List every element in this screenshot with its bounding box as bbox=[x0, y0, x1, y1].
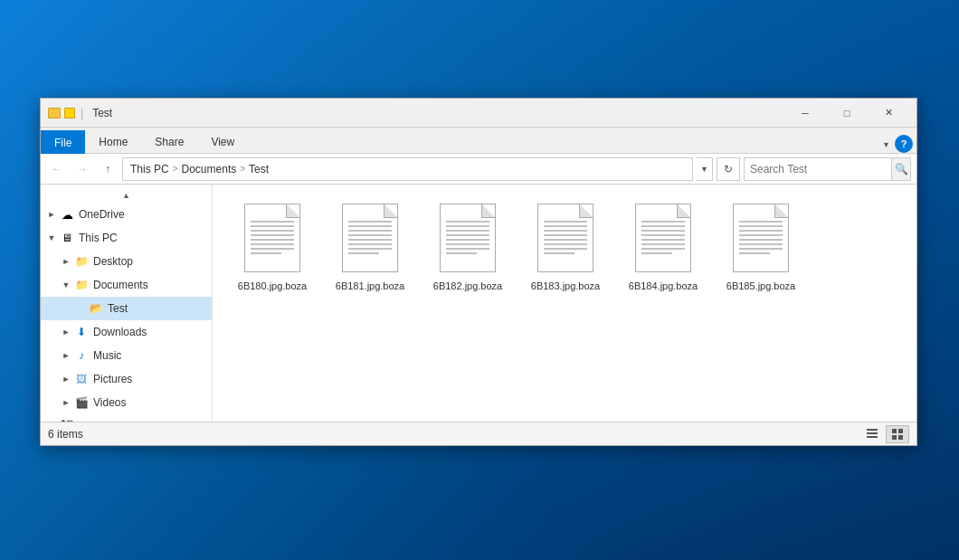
doc-lines-2 bbox=[348, 221, 392, 257]
sidebar-scroll-up[interactable]: ▲ bbox=[41, 188, 212, 203]
sidebar-item-videos[interactable]: ► 🎬 Videos bbox=[41, 391, 212, 414]
doc-line bbox=[348, 221, 392, 223]
sidebar-label-thispc: This PC bbox=[79, 232, 118, 244]
file-item-5[interactable]: 6B184.jpg.boza bbox=[618, 195, 708, 300]
sidebar-label-desktop: Desktop bbox=[93, 255, 133, 268]
desktop-icon: 📁 bbox=[73, 253, 90, 270]
doc-line bbox=[544, 221, 587, 223]
expand-videos[interactable]: ► bbox=[59, 395, 73, 410]
sidebar-item-test[interactable]: ► 📂 Test bbox=[41, 297, 212, 320]
doc-line bbox=[446, 221, 489, 223]
file-item-6[interactable]: 6B185.jpg.boza bbox=[716, 195, 806, 300]
breadcrumb-documents[interactable]: Documents bbox=[180, 163, 239, 176]
doc-shape-2 bbox=[342, 204, 398, 272]
doc-shape-5 bbox=[635, 204, 691, 272]
forward-button[interactable]: → bbox=[71, 158, 93, 180]
sidebar-item-localdisk[interactable]: ► 💾 Local Disk (C:) bbox=[41, 414, 212, 422]
search-button[interactable]: 🔍 bbox=[891, 157, 911, 181]
svg-rect-1 bbox=[867, 432, 878, 434]
doc-line bbox=[446, 225, 489, 227]
close-button[interactable]: ✕ bbox=[868, 99, 909, 128]
sidebar-label-videos: Videos bbox=[93, 396, 126, 409]
expand-downloads[interactable]: ► bbox=[59, 325, 73, 339]
doc-line bbox=[739, 239, 783, 241]
doc-line bbox=[348, 248, 392, 250]
large-icons-view-icon bbox=[891, 428, 904, 441]
sidebar-item-documents[interactable]: ▼ 📁 Documents bbox=[41, 273, 212, 297]
sidebar-label-localdisk: Local Disk (C:) bbox=[79, 420, 150, 422]
thispc-icon: 🖥 bbox=[59, 230, 75, 246]
expand-thispc[interactable]: ▼ bbox=[44, 231, 59, 245]
doc-line bbox=[739, 225, 783, 227]
doc-shape-1 bbox=[244, 204, 300, 272]
doc-line bbox=[739, 252, 770, 254]
doc-line bbox=[251, 221, 294, 223]
doc-line bbox=[641, 252, 672, 254]
file-item-3[interactable]: 6B182.jpg.boza bbox=[423, 195, 513, 300]
up-button[interactable]: ↑ bbox=[97, 158, 119, 180]
file-item-4[interactable]: 6B183.jpg.boza bbox=[520, 195, 611, 300]
doc-line bbox=[446, 230, 489, 232]
doc-line bbox=[251, 243, 294, 245]
window-title: Test bbox=[92, 107, 784, 119]
doc-line bbox=[348, 252, 379, 254]
item-count: 6 items bbox=[48, 428, 83, 441]
doc-line bbox=[446, 239, 489, 241]
sidebar-item-pictures[interactable]: ► 🖼 Pictures bbox=[41, 367, 212, 391]
doc-line bbox=[641, 234, 685, 236]
refresh-button[interactable]: ↻ bbox=[717, 157, 740, 181]
files-grid: 6B180.jpg.boza bbox=[227, 195, 902, 300]
expand-music[interactable]: ► bbox=[59, 348, 73, 363]
sidebar-item-downloads[interactable]: ► ⬇ Downloads bbox=[41, 320, 212, 344]
doc-line bbox=[446, 234, 489, 236]
test-icon: 📂 bbox=[88, 300, 104, 317]
expand-documents[interactable]: ▼ bbox=[59, 278, 73, 292]
file-item-1[interactable]: 6B180.jpg.boza bbox=[227, 195, 318, 300]
view-details-button[interactable] bbox=[860, 425, 884, 443]
doc-line bbox=[641, 243, 685, 245]
search-input[interactable] bbox=[744, 157, 891, 181]
tab-share[interactable]: Share bbox=[141, 129, 197, 153]
expand-desktop[interactable]: ► bbox=[59, 254, 73, 269]
expand-localdisk[interactable]: ► bbox=[44, 419, 59, 422]
doc-shape-4 bbox=[537, 204, 593, 272]
ribbon-collapse-button[interactable]: ▾ bbox=[877, 135, 895, 153]
file-item-2[interactable]: 6B181.jpg.boza bbox=[325, 195, 415, 300]
doc-line bbox=[251, 234, 294, 236]
address-breadcrumb[interactable]: This PC > Documents > Test bbox=[122, 157, 693, 181]
status-bar: 6 items bbox=[41, 422, 916, 445]
file-icon-2 bbox=[337, 204, 403, 276]
ribbon: File Home Share View ▾ ? bbox=[41, 128, 916, 154]
sidebar-label-onedrive: OneDrive bbox=[79, 208, 125, 221]
doc-shape-6 bbox=[733, 204, 789, 272]
sidebar-item-onedrive[interactable]: ► ☁ OneDrive bbox=[41, 203, 212, 226]
breadcrumb-thispc[interactable]: This PC bbox=[128, 163, 171, 176]
window-controls: ─ □ ✕ bbox=[784, 99, 909, 128]
breadcrumb-test[interactable]: Test bbox=[247, 163, 271, 176]
doc-line bbox=[251, 248, 294, 250]
sidebar-item-desktop[interactable]: ► 📁 Desktop bbox=[41, 250, 212, 273]
back-button[interactable]: ← bbox=[46, 158, 68, 180]
help-button[interactable]: ? bbox=[895, 135, 913, 153]
svg-rect-6 bbox=[898, 435, 903, 440]
doc-line bbox=[348, 243, 392, 245]
sidebar-item-music[interactable]: ► ♪ Music bbox=[41, 344, 212, 367]
expand-pictures[interactable]: ► bbox=[59, 372, 73, 386]
view-large-icons-button[interactable] bbox=[886, 425, 909, 443]
svg-rect-5 bbox=[892, 435, 897, 440]
tab-home[interactable]: Home bbox=[85, 129, 141, 153]
address-dropdown-button[interactable]: ▼ bbox=[697, 157, 713, 181]
tab-file[interactable]: File bbox=[41, 130, 85, 154]
main-area: ▲ ► ☁ OneDrive ▼ 🖥 This PC ► 📁 Desktop bbox=[41, 185, 916, 422]
file-name-6: 6B185.jpg.boza bbox=[726, 280, 795, 292]
file-name-3: 6B182.jpg.boza bbox=[433, 280, 502, 292]
folder-icon-small2 bbox=[64, 108, 75, 119]
sidebar-item-thispc[interactable]: ▼ 🖥 This PC bbox=[41, 226, 212, 250]
maximize-button[interactable]: □ bbox=[826, 99, 868, 128]
doc-line bbox=[641, 230, 685, 232]
expand-onedrive[interactable]: ► bbox=[44, 207, 59, 222]
search-box: 🔍 bbox=[744, 157, 911, 181]
tab-view[interactable]: View bbox=[197, 129, 248, 153]
sidebar-label-pictures: Pictures bbox=[93, 373, 132, 385]
minimize-button[interactable]: ─ bbox=[784, 99, 826, 128]
